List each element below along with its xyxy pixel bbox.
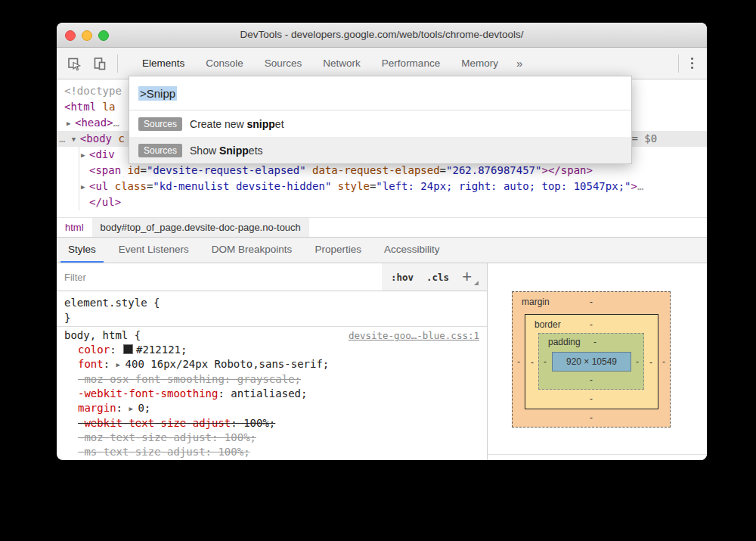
minimize-window-button[interactable] — [82, 30, 92, 41]
code-token: class — [115, 180, 147, 192]
code-token: "kd-menulist devsite-hidden" — [153, 180, 331, 192]
expand-arrow-icon[interactable]: ▼ — [72, 132, 80, 148]
padding-bottom-value[interactable]: - — [590, 375, 593, 385]
box-model-border[interactable]: border - - - - padding - - - - 920 × 105… — [525, 314, 658, 409]
code-token: <head> — [75, 117, 113, 129]
border-label: border — [534, 319, 561, 330]
code-token: : 100%; — [231, 417, 275, 429]
tab-console[interactable]: Console — [195, 48, 254, 79]
css-declaration[interactable]: margin: ▶0; — [78, 401, 479, 416]
metrics-divider — [488, 454, 707, 455]
command-menu: >Snipp SourcesCreate new snippetSourcesS… — [129, 76, 632, 164]
code-token: <ul — [89, 180, 115, 192]
tab-memory[interactable]: Memory — [451, 48, 509, 79]
new-rule-corner-icon — [474, 281, 479, 285]
box-model-margin[interactable]: margin - - - - border - - - - padding - — [512, 291, 671, 428]
rule-selector[interactable]: body, html { — [64, 328, 141, 343]
padding-left-value[interactable]: - — [544, 356, 547, 367]
dom-tree-line[interactable]: </ul> — [57, 194, 707, 210]
toggle-pseudo-state-button[interactable]: :hov — [391, 272, 414, 283]
code-token: <div — [89, 148, 121, 160]
code-token: > — [631, 180, 637, 192]
css-declaration[interactable]: text-size-adjust: 100%; — [78, 459, 479, 460]
code-token: … — [113, 117, 119, 129]
border-top-value[interactable]: - — [590, 319, 593, 330]
code-token: <html — [64, 101, 103, 113]
margin-left-value[interactable]: - — [517, 356, 520, 367]
code-token: … — [637, 180, 643, 192]
code-token: -moz-text-size-adjust: 100%; — [78, 431, 256, 443]
window-title: DevTools - developers.google.com/web/too… — [57, 23, 707, 47]
overflow-menu-icon[interactable] — [691, 58, 694, 70]
code-token — [306, 164, 312, 176]
border-left-value[interactable]: - — [531, 357, 534, 368]
stylesheet-source-link[interactable]: devsite-goo…-blue.css:1 — [349, 328, 479, 343]
toolbar-separator-right — [678, 54, 679, 73]
css-declaration[interactable]: -webkit-font-smoothing: antialiased; — [78, 387, 479, 401]
box-model-content[interactable]: 920 × 10549 — [552, 352, 631, 372]
command-query-text: >Snipp — [138, 86, 177, 101]
sidebar-tab-event-listeners[interactable]: Event Listeners — [111, 238, 197, 263]
border-bottom-value[interactable]: - — [590, 393, 593, 404]
screen: DevTools - developers.google.com/web/too… — [0, 0, 756, 541]
color-swatch[interactable] — [123, 344, 133, 354]
tab-sources[interactable]: Sources — [254, 48, 313, 79]
code-token: la — [103, 101, 116, 113]
css-declaration[interactable]: color: #212121; — [78, 343, 479, 357]
zoom-window-button[interactable] — [98, 30, 109, 41]
code-token: "devsite-request-elapsed" — [147, 164, 306, 176]
padding-top-value[interactable]: - — [593, 337, 596, 347]
command-item-label: Create new snippet — [190, 118, 284, 130]
command-item-show-snippets[interactable]: SourcesShow Snippets — [129, 137, 631, 163]
dom-tree-line[interactable]: ▶<ul class="kd-menulist devsite-hidden" … — [57, 179, 707, 194]
margin-bottom-value[interactable]: - — [590, 412, 593, 423]
command-item-create-new-snippet[interactable]: SourcesCreate new snippet — [129, 110, 631, 137]
inspect-element-icon[interactable] — [66, 55, 82, 72]
declaration-list: color: #212121;font: ▶400 16px/24px Robo… — [64, 343, 479, 460]
box-model-padding[interactable]: padding - - - - 920 × 10549 — [538, 333, 644, 390]
tab-network[interactable]: Network — [312, 48, 371, 79]
element-style-section[interactable]: element.style { } — [57, 291, 487, 327]
css-declaration[interactable]: -ms-text-size-adjust: 100%; — [78, 445, 479, 459]
filter-controls: :hov .cls + — [391, 263, 472, 291]
style-rule: body, html { devsite-goo…-blue.css:1 col… — [57, 327, 487, 460]
padding-right-value[interactable]: - — [636, 356, 639, 367]
css-declaration[interactable]: -webkit-text-size-adjust: 100%; — [78, 416, 479, 431]
new-style-rule-button[interactable]: + — [462, 269, 472, 285]
sources-badge: Sources — [138, 144, 182, 157]
code-token: #212121; — [136, 344, 187, 356]
tab-performance[interactable]: Performance — [371, 48, 451, 79]
code-token: font — [78, 358, 104, 370]
more-tabs-chevron[interactable]: » — [509, 57, 530, 70]
margin-top-value[interactable]: - — [590, 297, 593, 307]
sidebar-tab-properties[interactable]: Properties — [307, 238, 369, 263]
expand-arrow-icon[interactable]: ▶ — [81, 179, 89, 195]
expand-arrow-icon[interactable]: ▶ — [67, 116, 75, 132]
element-style-close: } — [64, 310, 487, 325]
styles-filter-input[interactable] — [57, 263, 382, 291]
device-toolbar-icon[interactable] — [91, 55, 108, 72]
command-menu-input[interactable]: >Snipp — [129, 76, 631, 110]
crumb-body[interactable]: body#top_of_page.devsite-doc-page.no-tou… — [92, 218, 309, 237]
command-item-label: Show Snippets — [190, 145, 263, 157]
expand-arrow-icon[interactable]: ▶ — [129, 402, 136, 416]
crumb-html[interactable]: html — [57, 218, 92, 237]
sidebar-tab-dom-breakpoints[interactable]: DOM Breakpoints — [204, 238, 300, 263]
sidebar-tab-accessibility[interactable]: Accessibility — [376, 238, 448, 263]
close-window-button[interactable] — [65, 30, 76, 41]
breadcrumb: htmlbody#top_of_page.devsite-doc-page.no… — [57, 217, 707, 237]
devtools-toolbar: ElementsConsoleSourcesNetworkPerformance… — [57, 48, 707, 79]
code-token: </ul> — [89, 196, 121, 208]
sidebar-tab-styles[interactable]: Styles — [60, 238, 104, 263]
margin-right-value[interactable]: - — [662, 356, 665, 367]
dom-tree-line[interactable]: <span id="devsite-request-elapsed" data-… — [57, 163, 707, 179]
css-declaration[interactable]: font: ▶400 16px/24px Roboto,sans-serif; — [78, 357, 479, 372]
css-declaration[interactable]: -moz-text-size-adjust: 100%; — [78, 431, 479, 445]
border-right-value[interactable]: - — [649, 357, 652, 368]
toggle-element-classes-button[interactable]: .cls — [426, 272, 449, 283]
code-token: … — [59, 132, 72, 145]
expand-arrow-icon[interactable]: ▶ — [116, 358, 124, 372]
expand-arrow-icon[interactable]: ▶ — [81, 148, 89, 163]
css-declaration[interactable]: -moz-osx-font-smoothing: grayscale; — [78, 372, 479, 387]
tab-elements[interactable]: Elements — [132, 48, 195, 79]
